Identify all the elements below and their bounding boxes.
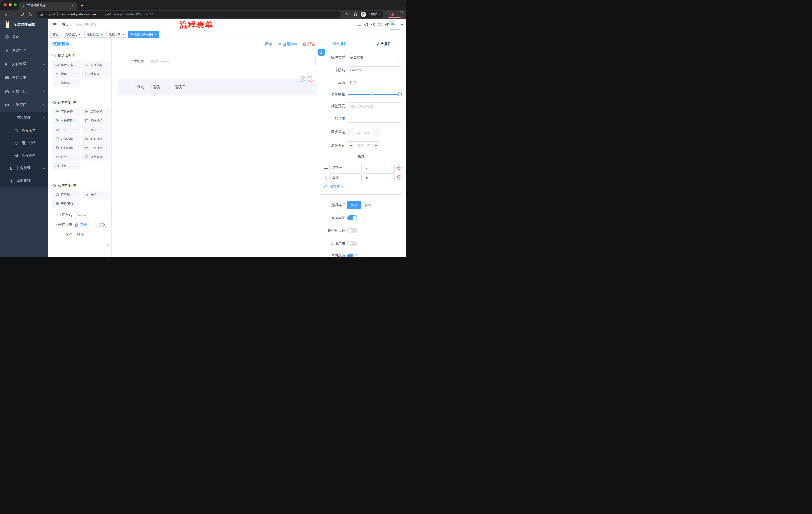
default-value-input[interactable] (347, 115, 402, 123)
component-chip[interactable]: 上传 (52, 162, 80, 170)
view-json-button[interactable]: 查看json (278, 42, 297, 47)
label-width-input[interactable] (347, 102, 402, 110)
sidebar-subitem[interactable]: 流程管理 (0, 112, 48, 124)
checkbox-option[interactable]: 选项一 (147, 85, 163, 89)
drag-handle-icon[interactable] (324, 166, 328, 170)
sidebar-subitem[interactable]: 任务管理 (0, 162, 48, 174)
home-icon[interactable] (27, 11, 34, 18)
component-chip[interactable]: 滑块 (82, 126, 110, 134)
component-chip[interactable]: 颜色选择 (82, 153, 110, 161)
phone-input[interactable] (147, 57, 316, 66)
max-select-input[interactable] (355, 141, 372, 149)
component-chip[interactable]: 多行文本 (82, 61, 110, 69)
copy-field-button[interactable] (300, 76, 305, 82)
option-value-input[interactable] (363, 173, 395, 181)
form-grid-slider[interactable] (348, 93, 400, 95)
option-label-input[interactable] (329, 173, 361, 181)
bookmark-star-icon[interactable] (352, 11, 359, 18)
add-option-button[interactable]: 添加选项 (324, 184, 402, 189)
forward-icon[interactable] (10, 11, 18, 18)
title-input[interactable] (347, 79, 402, 87)
status-radio-on[interactable]: 开启 (75, 223, 87, 227)
style-button-button[interactable]: 按钮 (361, 201, 375, 209)
tab-close-icon[interactable]: ✕ (70, 4, 75, 7)
hamburger-icon[interactable] (50, 22, 59, 27)
tag-close-icon[interactable]: ✕ (100, 33, 103, 36)
component-chip[interactable]: 表格[开发中] (52, 200, 80, 208)
status-radio-off[interactable]: 关闭 (94, 223, 106, 227)
nav-tag[interactable]: 流程表单-编辑 ✕ (128, 31, 159, 38)
save-button[interactable]: 保存 (259, 42, 272, 47)
reload-icon[interactable] (19, 11, 26, 18)
tab-form-props[interactable]: 表单属性 (362, 39, 406, 49)
stepper-plus-button[interactable]: + (372, 141, 380, 149)
drag-handle-icon[interactable] (324, 175, 328, 180)
option-value-input[interactable] (363, 164, 395, 172)
component-chip[interactable]: 评分 (52, 153, 80, 161)
toggle-switch[interactable] (347, 228, 357, 233)
close-window-button[interactable] (3, 3, 6, 6)
nav-tag[interactable]: 流程模型 ✕ (84, 31, 105, 38)
minimize-window-button[interactable] (8, 3, 11, 6)
canvas-field-phone[interactable]: *手机号 (112, 57, 318, 66)
canvas-field-gender-selected[interactable]: *性别 选项一 (118, 79, 317, 95)
component-chip[interactable]: 时间选择 (52, 135, 80, 143)
component-chip[interactable]: 日期范围 (82, 144, 110, 152)
sidebar-item[interactable]: 研发工具 (0, 84, 48, 98)
fullscreen-icon[interactable] (378, 22, 382, 27)
style-default-button[interactable]: 默认 (347, 201, 361, 209)
toggle-switch[interactable] (347, 241, 357, 246)
component-chip[interactable]: 密码 (52, 70, 80, 78)
sidebar-subitem[interactable]: 请假查询 (0, 174, 48, 187)
stepper-plus-button[interactable]: + (372, 128, 380, 136)
back-icon[interactable] (2, 11, 9, 18)
toggle-switch[interactable] (347, 254, 357, 257)
zoom-window-button[interactable] (13, 3, 17, 6)
sidebar-item[interactable]: 首页 (0, 30, 48, 44)
sidebar-subitem[interactable]: 用户分组 (0, 137, 48, 150)
slider-handle[interactable] (398, 92, 402, 96)
component-chip[interactable]: 123 计数器 (82, 70, 110, 78)
breadcrumb-home[interactable]: 首页 (62, 22, 69, 27)
tag-close-icon[interactable]: ✕ (78, 33, 81, 36)
component-type-select[interactable]: 多选框组 (347, 54, 402, 61)
help-icon[interactable] (371, 22, 375, 27)
sidebar-item[interactable]: 工作流程 (0, 98, 48, 112)
delete-field-button[interactable] (308, 76, 313, 82)
nav-tag[interactable]: 流程表单 ✕ (106, 31, 127, 38)
component-chip[interactable]: 开关 (52, 126, 80, 134)
component-chip[interactable]: 行容器 (52, 191, 80, 199)
clear-button[interactable]: 清空 (302, 42, 315, 47)
url-bar[interactable]: 不安全 dashboard.yudao.iocoder.cn /bpm/mana… (37, 11, 341, 18)
remove-option-button[interactable] (397, 174, 402, 180)
data-binding-link-button[interactable] (318, 49, 325, 56)
avatar[interactable] (390, 20, 400, 30)
component-chip[interactable]: 日期选择 (52, 144, 80, 152)
sidebar-subitem[interactable]: 流程表单 (0, 124, 48, 137)
update-button[interactable]: 更新 (386, 11, 404, 18)
stepper-minus-button[interactable]: − (347, 128, 355, 136)
field-name-input[interactable] (347, 66, 402, 74)
component-chip[interactable]: 单行文本 (52, 61, 80, 69)
min-select-input[interactable] (355, 128, 372, 136)
new-tab-button[interactable]: + (79, 2, 85, 9)
github-icon[interactable] (364, 22, 368, 27)
resize-handle[interactable] (107, 244, 109, 246)
tag-close-icon[interactable]: ✕ (154, 33, 157, 36)
font-size-icon[interactable]: TT (385, 23, 389, 27)
remark-textarea[interactable]: 嘿嘿 (75, 231, 110, 247)
browser-tab[interactable]: 芋道管理系统 ✕ (19, 1, 77, 9)
remove-option-button[interactable] (397, 165, 402, 170)
component-chip[interactable]: 级联选择 (82, 108, 110, 116)
browser-menu-icon[interactable] (397, 12, 401, 16)
nav-tag[interactable]: 流程定义 ✕ (63, 31, 83, 38)
component-chip[interactable]: 按钮 (82, 191, 110, 199)
search-icon[interactable] (357, 22, 361, 27)
component-chip[interactable]: 多选框组 (82, 117, 110, 125)
stepper-minus-button[interactable]: − (347, 141, 355, 149)
component-chip[interactable]: 单选框组 (52, 117, 80, 125)
component-chip[interactable]: 编辑器 (52, 79, 80, 87)
component-chip[interactable]: 下拉选择 (52, 108, 80, 116)
option-label-input[interactable] (329, 164, 361, 172)
avatar-caret-icon[interactable] (401, 24, 404, 25)
